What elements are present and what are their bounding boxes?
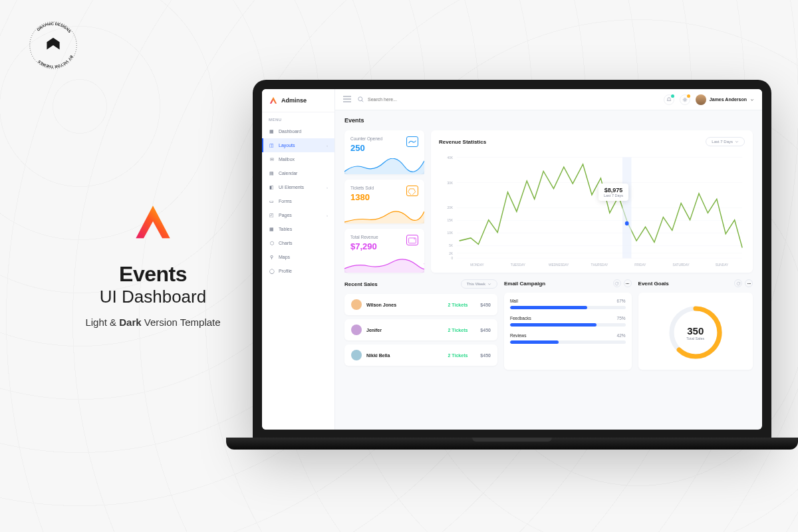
nav-icon: ⬡ [269,240,275,246]
nav-icon: ◯ [269,268,275,274]
svg-text:SUNDAY: SUNDAY [716,263,729,267]
refresh-icon [736,281,741,286]
svg-text:40K: 40K [448,155,454,159]
sales-tickets: 2 Tickets [448,353,468,358]
sidebar-item-profile[interactable]: ◯Profile [262,264,334,278]
svg-text:GRAPHIC DESIGNS: GRAPHIC DESIGNS [36,22,72,34]
svg-point-36 [749,283,750,283]
sidebar-item-pages[interactable]: ◰Pages› [262,208,334,222]
sales-amount: $450 [480,353,491,358]
campaign-row: Feedbacks75% [510,316,626,327]
svg-text:2K: 2K [449,251,453,255]
campaign-name: Mail [510,299,518,303]
refresh-button[interactable] [734,279,742,287]
brand-logo-icon [269,96,278,105]
svg-text:20K: 20K [448,205,454,209]
sidebar-item-maps[interactable]: ⚲Maps [262,250,334,264]
campaign-name: Feedbacks [510,316,531,321]
sales-row[interactable]: Nikki Bella 2 Tickets $450 [344,344,497,366]
chevron-down-icon [487,282,491,286]
svg-rect-5 [409,238,416,243]
goal-sub: Total Sales [686,336,704,340]
nav-icon: ◫ [269,142,275,148]
nav-icon: ▦ [269,128,275,134]
more-button[interactable] [624,279,632,287]
sidebar-item-mailbox[interactable]: ✉Mailbox [262,152,334,166]
user-menu[interactable]: James Anderson [696,94,754,105]
more-button[interactable] [745,279,753,287]
svg-point-35 [748,283,749,283]
revenue-line-chart[interactable]: 02K5K10K15K20K30K40K MONDAYTUESDAYWEDNES… [439,150,745,269]
svg-text:TUESDAY: TUESDAY [511,263,526,267]
search-input[interactable] [368,97,434,102]
avatar [351,325,362,335]
laptop-mockup: Adminse MENU ▦Dashboard◫Layouts›✉Mailbox… [253,80,771,439]
nav-icon: ▭ [269,198,275,204]
sparkline [344,158,424,174]
more-icon [747,281,751,286]
search-icon [358,96,364,102]
nav-icon: ▤ [269,170,275,176]
refresh-button[interactable] [613,279,621,287]
sidebar-item-label: Layouts [279,143,323,148]
svg-point-33 [628,283,629,283]
sidebar-item-layouts[interactable]: ◫Layouts› [262,138,334,152]
promo-tagline: Light & Dark Version Template [60,317,246,328]
search-box[interactable] [358,96,657,102]
svg-point-4 [684,98,686,100]
sidebar-item-label: Pages [279,213,323,217]
svg-text:0: 0 [451,256,453,260]
sidebar: Adminse MENU ▦Dashboard◫Layouts›✉Mailbox… [262,89,335,430]
nav-icon: ▦ [269,226,275,232]
avatar [351,299,362,310]
sidebar-item-ui-elements[interactable]: ◧UI Elements› [262,180,334,194]
stat-card-tickets-sold[interactable]: Tickets Sold 1380 [344,180,424,223]
goal-ring-chart: 350 Total Sales [666,303,726,362]
svg-point-31 [626,283,626,283]
user-name: James Anderson [710,97,747,102]
sidebar-item-label: Forms [279,199,328,203]
sidebar-item-label: UI Elements [279,185,323,190]
svg-text:5K: 5K [449,243,453,247]
svg-text:FRIDAY: FRIDAY [634,263,646,267]
menu-toggle-icon[interactable] [343,96,351,103]
svg-text:SATURDAY: SATURDAY [673,263,690,267]
goals-title: Event Goals [638,281,669,287]
sidebar-section-label: MENU [262,112,334,124]
notifications-button[interactable] [664,94,674,105]
svg-text:30K: 30K [448,180,454,184]
svg-text:BY VICTOR THEMES: BY VICTOR THEMES [37,55,74,68]
campaign-pct: 67% [617,299,626,303]
sidebar-item-tables[interactable]: ▦Tables [262,222,334,236]
sidebar-item-forms[interactable]: ▭Forms [262,194,334,208]
progress-bar [510,340,626,344]
sidebar-item-dashboard[interactable]: ▦Dashboard [262,124,334,138]
sidebar-item-charts[interactable]: ⬡Charts [262,236,334,250]
campaign-pct: 75% [617,316,626,321]
sales-row[interactable]: Wilson Jones 2 Tickets $450 [344,294,497,315]
svg-text:MONDAY: MONDAY [470,263,484,267]
revenue-chart-card: Revenue Statistics Last 7 Days 02K5K10K1… [431,130,753,273]
brand[interactable]: Adminse [262,89,334,112]
svg-point-3 [358,97,362,101]
settings-button[interactable] [680,94,690,105]
avatar [696,94,706,105]
chevron-right-icon: › [327,213,328,217]
sales-range-selector[interactable]: This Week [461,279,497,289]
chevron-down-icon [750,98,754,102]
chevron-right-icon: › [327,186,328,190]
goal-value: 350 [687,325,704,336]
stat-card-total-revenue[interactable]: Total Revenue $7,290 [344,229,424,273]
nav-icon: ⚲ [269,254,275,260]
sidebar-item-calendar[interactable]: ▤Calendar [262,166,334,180]
progress-bar [510,323,626,327]
svg-point-23 [625,221,629,225]
sales-amount: $450 [480,328,491,332]
app-screen: Adminse MENU ▦Dashboard◫Layouts›✉Mailbox… [262,89,762,430]
sales-row[interactable]: Jenifer 2 Tickets $450 [344,319,497,340]
chart-range-selector[interactable]: Last 7 Days [706,137,745,146]
sidebar-item-label: Tables [279,227,328,231]
sparkline [344,257,424,273]
promo-title: Events [60,262,246,287]
stat-card-counter-opened[interactable]: Counter Opened 250 [344,130,424,174]
